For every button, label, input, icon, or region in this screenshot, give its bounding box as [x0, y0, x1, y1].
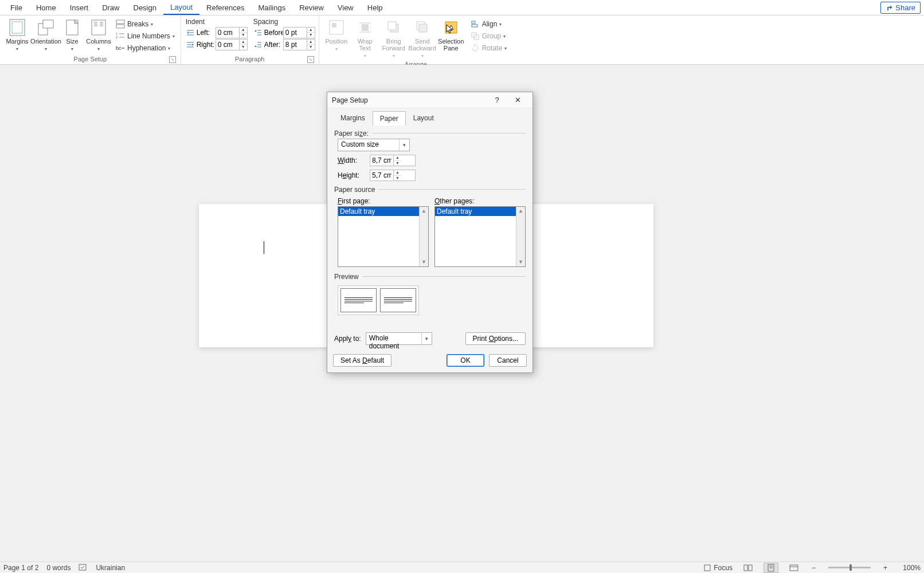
selection-pane-button[interactable]: Selection Pane: [437, 17, 465, 52]
line-numbers-button[interactable]: 12 Line Numbers ▾: [113, 30, 177, 42]
svg-rect-36: [388, 22, 396, 30]
indent-right-input[interactable]: ▲▼: [216, 39, 248, 50]
tab-home[interactable]: Home: [29, 1, 63, 14]
status-bar: Page 1 of 2 0 words Ukrainian Focus − + …: [0, 562, 924, 573]
spacing-heading: Spacing: [252, 17, 315, 26]
hyphenation-icon: bc: [116, 44, 125, 53]
dialog-tab-paper[interactable]: Paper: [373, 111, 406, 125]
indent-left-input[interactable]: ▲▼: [216, 27, 248, 38]
width-input[interactable]: ▲▼: [370, 155, 416, 166]
height-label: Height:: [338, 171, 364, 179]
zoom-out-button[interactable]: −: [809, 564, 818, 572]
spacing-before-input[interactable]: ▲▼: [283, 27, 315, 38]
preview-label: Preview: [334, 273, 359, 282]
svg-text:bc: bc: [116, 45, 122, 51]
paper-size-label: Paper size:: [334, 129, 369, 139]
tab-draw[interactable]: Draw: [95, 1, 126, 14]
margins-button[interactable]: Margins▾: [3, 17, 31, 53]
scrollbar[interactable]: ▲▼: [516, 207, 525, 266]
tab-references[interactable]: References: [199, 1, 251, 14]
first-page-label: First page:: [338, 197, 429, 205]
tab-design[interactable]: Design: [127, 1, 163, 14]
tab-view[interactable]: View: [331, 1, 361, 14]
paper-size-combo[interactable]: Custom size ▾: [338, 139, 410, 151]
indent-right-icon: [186, 41, 195, 49]
spacing-before-icon: [253, 29, 263, 37]
indent-left-icon: [186, 29, 195, 37]
zoom-slider[interactable]: [828, 567, 871, 568]
scrollbar[interactable]: ▲▼: [419, 207, 428, 266]
svg-rect-41: [472, 25, 477, 27]
tab-insert[interactable]: Insert: [63, 1, 96, 14]
page-setup-launcher[interactable]: ↘: [169, 56, 176, 63]
cancel-button[interactable]: Cancel: [489, 354, 527, 367]
apply-to-combo[interactable]: Whole document ▾: [366, 332, 432, 345]
tab-layout[interactable]: Layout: [163, 1, 199, 15]
status-words[interactable]: 0 words: [46, 564, 71, 572]
dialog-tab-margins[interactable]: Margins: [333, 111, 373, 125]
dialog-title: Page Setup: [332, 96, 487, 104]
size-button[interactable]: Size▾: [61, 17, 84, 53]
columns-button[interactable]: Columns▾: [85, 17, 112, 53]
tab-mailings[interactable]: Mailings: [252, 1, 293, 14]
group-paragraph: Indent Left: ▲▼ Right: ▲▼ Spacing: [181, 15, 319, 64]
first-page-listbox[interactable]: Default tray ▲▼: [338, 206, 429, 267]
align-button[interactable]: Align ▾: [468, 18, 509, 30]
zoom-in-button[interactable]: +: [881, 564, 890, 572]
ok-button[interactable]: OK: [447, 354, 484, 367]
spacing-after-input[interactable]: ▲▼: [283, 39, 315, 50]
first-page-item[interactable]: Default tray: [338, 207, 428, 216]
align-icon: [471, 19, 480, 29]
web-layout-button[interactable]: [786, 563, 801, 573]
other-pages-label: Other pages:: [434, 197, 526, 205]
page-setup-dialog: Page Setup ? ✕ Margins Paper Layout Pape…: [327, 92, 533, 373]
svg-rect-40: [472, 21, 475, 23]
focus-icon: [703, 564, 711, 572]
preview-page-2: [380, 288, 416, 312]
svg-rect-5: [92, 20, 105, 35]
status-language[interactable]: Ukrainian: [96, 564, 125, 572]
group-label-paragraph: Paragraph: [235, 56, 264, 62]
line-numbers-icon: 12: [116, 32, 125, 41]
share-icon: [886, 4, 893, 11]
text-cursor: [264, 241, 264, 254]
status-page[interactable]: Page 1 of 2: [3, 564, 38, 572]
chevron-down-icon[interactable]: ▾: [421, 333, 432, 344]
bring-forward-icon: [385, 18, 403, 37]
tab-help[interactable]: Help: [361, 1, 390, 14]
orientation-button[interactable]: Orientation▾: [32, 17, 60, 53]
spellcheck-icon[interactable]: [79, 564, 88, 572]
other-pages-listbox[interactable]: Default tray ▲▼: [434, 206, 526, 267]
chevron-down-icon[interactable]: ▾: [399, 139, 409, 151]
margins-icon: [8, 18, 26, 37]
svg-rect-46: [744, 565, 747, 571]
group-page-setup: Margins▾ Orientation▾ Size▾ Columns▾: [0, 15, 181, 64]
set-as-default-button[interactable]: Set As Default: [333, 354, 391, 367]
tab-file[interactable]: File: [3, 1, 29, 14]
columns-icon: [89, 18, 108, 37]
dialog-tab-layout[interactable]: Layout: [406, 111, 441, 125]
size-icon: [63, 18, 81, 37]
dialog-titlebar[interactable]: Page Setup ? ✕: [327, 92, 533, 108]
svg-rect-34: [362, 24, 369, 31]
dialog-close-button[interactable]: ✕: [507, 92, 528, 108]
breaks-button[interactable]: Breaks ▾: [113, 18, 177, 30]
print-layout-button[interactable]: [764, 563, 778, 573]
tab-review[interactable]: Review: [292, 1, 331, 14]
hyphenation-button[interactable]: bc Hyphenation ▾: [113, 42, 177, 54]
svg-rect-12: [116, 20, 124, 23]
svg-text:2: 2: [116, 36, 118, 39]
indent-right-label: Right:: [197, 41, 214, 49]
other-pages-item[interactable]: Default tray: [435, 207, 525, 216]
print-options-button[interactable]: Print Options...: [465, 332, 526, 345]
focus-mode-button[interactable]: Focus: [703, 564, 733, 572]
svg-rect-13: [116, 25, 124, 28]
width-label: Width:: [338, 156, 364, 164]
dialog-help-button[interactable]: ?: [487, 92, 507, 108]
zoom-level[interactable]: 100%: [898, 564, 921, 572]
paragraph-launcher[interactable]: ↘: [307, 56, 314, 63]
svg-rect-51: [790, 565, 798, 571]
height-input[interactable]: ▲▼: [370, 170, 416, 181]
read-mode-button[interactable]: [741, 563, 755, 573]
share-button[interactable]: Share: [880, 2, 921, 14]
